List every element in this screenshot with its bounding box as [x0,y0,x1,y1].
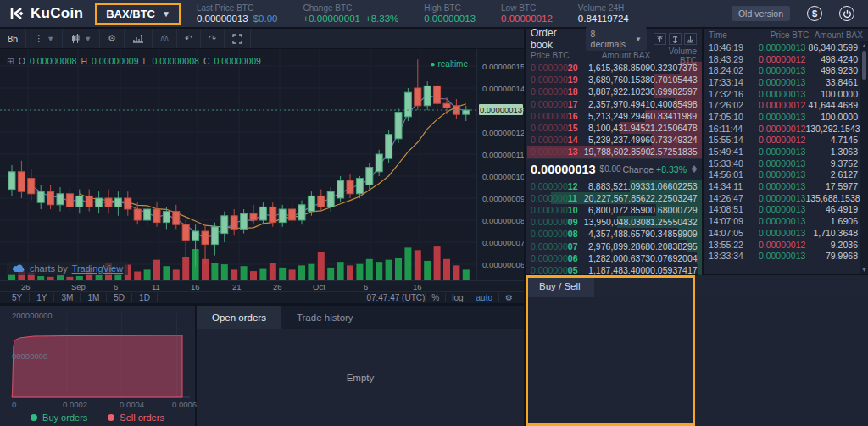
depth-y-tick: 00000000 [12,351,47,361]
trade-history-row: 18:43:290.00000012498.4240 [704,53,868,65]
tab-open-orders[interactable]: Open orders [197,306,281,329]
order-book-title: Order book [531,27,579,51]
main-area: 8h ⋮ ▼ ▼ ⚙ ⚖ ↶ ↷ ⊞ O0.00000008 H0.00 [0,29,868,426]
footer-gear-icon[interactable]: ⚙ [498,293,519,302]
tab-trade-history[interactable]: Trade history [281,306,369,329]
orders-tabs: Open ordersTrade history [197,306,524,329]
price-axis[interactable]: 0.000000150.000000140.000000130.00000012… [476,49,524,280]
show-asks-icon[interactable] [654,33,666,45]
trade-history-row: 15:55:140.000000124.7145 [704,135,868,147]
order-book-sell-row[interactable]: 0.000000183,887,922.10230.69982597 [526,86,702,97]
kucoin-logo[interactable]: KuCoin [0,5,95,22]
trade-history-row: 17:26:020.0000001241,644.4689 [704,99,868,111]
order-book-buy-row[interactable]: 0.000000051,187,483.40000.05937417 [526,264,702,276]
chart-toolbar: 8h ⋮ ▼ ▼ ⚙ ⚖ ↶ ↷ [0,29,524,49]
tradingview-link[interactable]: TradingView [72,263,124,274]
trade-history-row: 14:07:090.000000131.6906 [704,215,868,227]
price-tick: 0.00000010 [482,172,524,181]
scroll-up-icon[interactable]: ▲ [860,41,868,50]
order-book-column: Amount BAX [584,51,650,60]
legend-item[interactable]: Sell orders [108,412,164,423]
scrollbar[interactable]: ▲ ▼ [860,41,868,274]
order-book-buy-row[interactable]: 0.000000061,282,000.63730.07692004 [526,252,702,264]
chart-style-menu-icon[interactable]: ⋮ ▼ [26,29,63,48]
show-bids-icon[interactable] [684,33,697,45]
indicators-icon[interactable] [125,29,153,48]
currency-icon[interactable]: $ [807,6,822,21]
price-sort-icon[interactable] [692,165,697,173]
last-price: 0.00000013 [531,163,596,176]
chart-plot-area[interactable]: ⊞ O0.00000008 H0.00000009 L0.00000008 C0… [0,49,524,280]
order-book-buy-row[interactable]: 0.0000000913,950,048.03081.25550432 [526,216,702,228]
redo-icon[interactable]: ↷ [201,29,225,48]
range-button-1d[interactable]: 1D [132,293,158,302]
time-tick: 11 [152,282,160,291]
order-book-buy-row[interactable]: 0.0000001120,227,567.85622.22503247 [526,192,702,204]
orders-table-header [197,329,524,351]
interval-button[interactable]: 8h [0,29,26,48]
order-book-sell-row[interactable]: 0.000000201,615,368.85090.32307376 [526,62,702,74]
depth-x-tick: 0.0006 [172,400,197,409]
header-stat: High BTC0.00000013 [424,3,476,25]
pair-selector[interactable]: BAX/BTC ▼ [95,3,181,25]
decimals-select[interactable]: 8 decimals▼ [586,27,647,51]
trade-history-panel: TimePrice BTCAmount BAX 18:46:190.000000… [704,29,868,274]
range-button-5y[interactable]: 5Y [5,293,30,302]
price-tick: 0.00000012 [482,128,524,137]
order-book-columns: Price BTCAmount BAXVolume BTC [526,49,702,62]
time-tick: 26 [21,282,31,291]
time-tick: 16 [191,282,200,291]
order-book-sell-row[interactable]: 0.000000145,239,237.49960.73349324 [526,134,702,146]
range-button-3m[interactable]: 3M [54,293,81,302]
expand-legend-icon[interactable]: ⊞ [7,56,14,66]
order-book-buy-row[interactable]: 0.000000084,357,488.65790.34859909 [526,228,702,240]
show-both-icon[interactable] [669,33,682,45]
time-tick: 16 [413,282,422,291]
sell-form [700,297,868,302]
clock-label[interactable]: 07:47:47 (UTC) [366,293,425,302]
header-stats: Last Price BTC0.00000013$0.00Change BTC+… [197,3,732,25]
order-book-sell-row[interactable]: 0.000000165,213,249.29460.83411989 [526,110,702,122]
old-version-button[interactable]: Old version [732,6,790,21]
depth-legend: Buy ordersSell orders [0,412,195,423]
order-book-panel: Order book 8 decimals▼ Price BTCAmount B… [526,29,702,274]
order-book-buy-row[interactable]: 0.000000106,800,072.85900.68000729 [526,204,702,216]
tradingview-attribution: charts by TradingView [7,262,128,275]
tab-buy-sell[interactable]: Buy / Sell [526,275,594,297]
trade-history-row: 14:07:050.000000131,710.3648 [704,227,868,239]
mode-button-percent[interactable]: % [425,293,445,302]
time-axis[interactable]: 26Sep611162126Oct616 [0,280,524,291]
order-book-sell-row[interactable]: 0.000000172,357,970.49410.40085498 [526,98,702,110]
chevron-down-icon: ▼ [635,36,642,43]
range-button-1y[interactable]: 1Y [30,293,54,302]
scroll-down-icon[interactable]: ▼ [860,266,868,274]
order-book-sell-row[interactable]: 0.0000001319,788,602.85902.57251835 [526,146,702,158]
price-tick: 0.00000008 [482,216,524,225]
scrollbar-thumb[interactable] [862,51,866,80]
realtime-badge: ● realtime [431,59,468,69]
order-book-sell-row[interactable]: 0.000000158,100,431.94521.21506478 [526,122,702,134]
undo-icon[interactable]: ↶ [177,29,201,48]
header: KuCoin BAX/BTC ▼ Last Price BTC0.0000001… [0,0,868,27]
legend-item[interactable]: Buy orders [31,412,87,423]
order-book-sell-row[interactable]: 0.000000193,689,760.15380.70105443 [526,74,702,86]
range-button-1m[interactable]: 1M [81,293,107,302]
mode-button-log[interactable]: log [445,293,469,302]
compare-icon[interactable]: ⚖ [153,29,177,48]
power-icon[interactable] [839,6,854,21]
order-book-buy-row[interactable]: 0.000000128,883,521.09331.06602253 [526,180,702,192]
fullscreen-icon[interactable] [225,29,251,48]
time-tick: 6 [114,282,118,291]
trade-history-row: 15:49:410.000000131.3063 [704,146,868,158]
header-right: Old version $ [732,6,868,21]
candle-type-icon[interactable]: ▼ [63,29,100,48]
range-button-5d[interactable]: 5D [107,293,132,302]
mode-button-auto[interactable]: auto [470,293,498,302]
trade-history-row: 17:33:140.0000001333.8461 [704,76,868,88]
trade-history-column: Amount BAX [809,30,863,40]
order-book-buy-row[interactable]: 0.000000072,976,899.28680.20838295 [526,240,702,252]
price-tick: 0.00000006 [482,260,524,269]
depth-x-tick: 0.0002 [63,400,87,409]
chart-settings-gear-icon[interactable]: ⚙ [100,29,125,48]
trade-history-row: 17:32:160.00000013100.0000 [704,88,868,100]
